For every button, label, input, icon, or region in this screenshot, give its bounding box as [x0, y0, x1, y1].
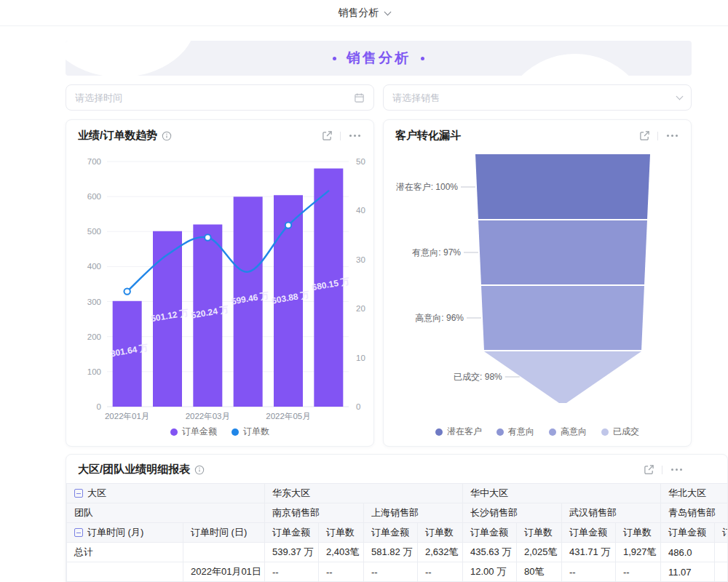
more-icon[interactable] [665, 133, 679, 138]
trend-card-title: 业绩/订单数趋势 [78, 129, 157, 143]
table-cell: 2,025笔 [517, 543, 562, 562]
export-icon[interactable] [639, 130, 650, 141]
table-cell: 总计 [67, 543, 183, 562]
table-cell [715, 562, 728, 582]
trend-card: 业绩/订单数趋势 01002003004 [66, 119, 374, 447]
funnel-chart-svg: 潜在客户: 100%有意向: 97%高意向: 96%已成交: 98% [384, 148, 687, 416]
line-marker[interactable] [205, 234, 210, 240]
svg-text:40: 40 [356, 206, 365, 215]
svg-text:2022年01月: 2022年01月 [105, 412, 149, 420]
svg-text:700: 700 [87, 157, 101, 166]
legend-item[interactable]: 订单数 [232, 426, 269, 438]
table-cell [183, 543, 265, 562]
legend-item[interactable]: 潜在客户 [435, 426, 482, 438]
trend-legend: 订单金额订单数 [66, 426, 373, 438]
table-header-cell: 订单数 [319, 523, 364, 543]
table-header-cell: 团队 [67, 503, 265, 523]
time-filter[interactable] [66, 84, 374, 111]
table-header-cell: 订单金额 [265, 523, 319, 543]
report-card-title: 大区/团队业绩明细报表 [78, 463, 190, 477]
svg-text:2022年03月: 2022年03月 [186, 412, 230, 420]
table-cell: 2,403笔 [319, 543, 364, 562]
legend-item[interactable]: 高意向 [549, 426, 587, 438]
legend-item[interactable]: 有意向 [496, 426, 534, 438]
table-cell: 486.0 [661, 543, 715, 562]
svg-text:高意向: 96%: 高意向: 96% [415, 313, 464, 323]
page-title[interactable]: 销售分析 [339, 7, 379, 20]
export-icon[interactable] [322, 130, 333, 141]
funnel-legend: 潜在客户有意向高意向已成交 [384, 426, 691, 438]
table-cell: 11.07 [661, 562, 715, 582]
table-header-cell: 华北大区 [661, 484, 728, 503]
legend-label: 高意向 [561, 426, 587, 438]
trend-chart-svg: 0100200300400500600700010203040502022年01… [66, 148, 374, 428]
funnel-segment[interactable] [475, 154, 650, 219]
line-marker[interactable] [124, 288, 130, 294]
svg-text:潜在客户: 100%: 潜在客户: 100% [396, 182, 459, 192]
sales-filter-input[interactable] [392, 92, 677, 103]
x-axis-labels: 2022年01月2022年03月2022年05月 [105, 412, 311, 420]
legend-label: 订单金额 [182, 426, 217, 438]
svg-text:20: 20 [356, 304, 365, 313]
legend-item[interactable]: 已成交 [601, 426, 639, 438]
table-cell: 2022年01月01日 [183, 562, 265, 582]
divider [657, 132, 658, 140]
banner-title: 销售分析 [347, 49, 411, 68]
svg-text:600: 600 [87, 192, 101, 201]
table-header-cell: 订单金额 [661, 523, 715, 543]
table-header-cell: 订单数 [418, 523, 463, 543]
svg-text:2022年05月: 2022年05月 [266, 412, 310, 420]
table-cell: -- [562, 562, 616, 582]
more-icon[interactable] [670, 467, 684, 472]
legend-label: 潜在客户 [447, 426, 482, 438]
calendar-icon[interactable] [354, 92, 365, 103]
export-icon[interactable] [644, 464, 654, 475]
legend-dot [549, 428, 556, 436]
svg-text:30: 30 [356, 255, 365, 264]
topbar: 销售分析 [0, 0, 728, 26]
svg-text:400: 400 [87, 262, 101, 271]
table-cell [67, 562, 183, 582]
funnel-chart-body: 潜在客户: 100%有意向: 97%高意向: 96%已成交: 98% 潜在客户有… [384, 148, 691, 445]
more-icon[interactable] [348, 133, 362, 138]
svg-text:10: 10 [356, 354, 365, 362]
report-table: 大区华东大区华中大区华北大区团队南京销售部上海销售部长沙销售部武汉销售部青岛销售… [66, 483, 727, 582]
dot-decoration [421, 57, 424, 60]
collapse-icon[interactable] [74, 528, 83, 537]
trend-chart-body: 0100200300400500600700010203040502022年01… [66, 148, 373, 445]
table-header-cell: 长沙销售部 [463, 503, 562, 523]
time-filter-input[interactable] [75, 92, 354, 103]
legend-dot [435, 428, 443, 436]
info-icon[interactable] [162, 131, 172, 141]
line-marker[interactable] [285, 222, 291, 228]
table-cell: -- [418, 562, 463, 582]
legend-item[interactable]: 订单金额 [170, 426, 217, 438]
table-cell: -- [616, 562, 661, 582]
info-icon[interactable] [194, 465, 205, 475]
right-axis-labels: 01020304050 [356, 157, 365, 411]
sales-filter[interactable] [383, 84, 692, 111]
table-header-cell: 南京销售部 [265, 503, 364, 523]
table-header-cell: 华中大区 [463, 484, 661, 503]
chevron-down-icon[interactable] [384, 8, 391, 15]
table-header-cell: 订单数 [715, 523, 728, 543]
svg-text:0: 0 [356, 402, 360, 411]
chevron-down-icon[interactable] [676, 93, 684, 100]
svg-text:100: 100 [87, 367, 101, 376]
table-cell: 12.00 万 [463, 562, 517, 582]
table-header-cell: 订单数 [517, 523, 562, 543]
funnel-segment[interactable] [478, 220, 647, 284]
funnel-segment[interactable] [481, 286, 644, 350]
left-axis-labels: 0100200300400500600700 [87, 157, 101, 411]
table-cell: 80笔 [517, 562, 562, 582]
table-header-cell: 订单时间 (月) [67, 523, 183, 543]
legend-dot [601, 428, 609, 436]
dot-decoration [333, 57, 336, 60]
table-header-cell: 订单数 [616, 523, 661, 543]
table-cell: 435.63 万 [463, 543, 517, 562]
table-header-cell: 订单金额 [364, 523, 418, 543]
table-cell: -- [265, 562, 319, 582]
collapse-icon[interactable] [74, 489, 83, 498]
legend-dot [170, 428, 178, 436]
table-header-cell: 大区 [67, 484, 265, 503]
